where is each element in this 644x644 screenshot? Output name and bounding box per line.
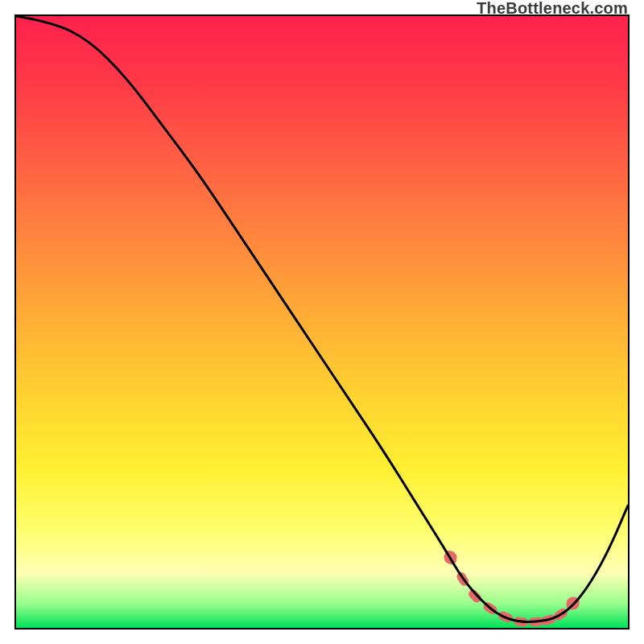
chart-overlay-svg xyxy=(16,16,628,628)
highlight-marker xyxy=(467,588,483,605)
plot-area xyxy=(14,14,630,630)
chart-frame: TheBottleneck.com xyxy=(0,0,644,644)
bottleneck-curve-line xyxy=(16,16,628,621)
